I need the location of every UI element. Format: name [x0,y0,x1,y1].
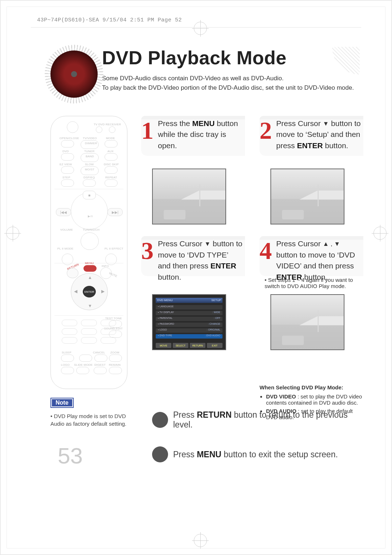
lead-line-1: Some DVD-Audio discs contain DVD-Video a… [102,75,283,82]
remote-digest-button [94,367,107,374]
step-2-number: 2 [260,118,272,143]
remote-soundedit-button [109,331,122,338]
select-heading: When Selecting DVD Play Mode: [260,384,363,390]
remote-illustration: TV DVD RECEIVER OPEN/CLOSE TV/VIDEO MODE… [50,116,127,389]
remote-aux-button [105,153,118,161]
remote-mode-button [105,140,118,147]
registration-mark-bottom [194,534,207,547]
remote-power-button [67,121,78,133]
remote-label-step: STEP [62,176,70,179]
remote-tune-rocker [81,232,99,250]
print-slug: 43P~74P(DS610)-SEA 9/15/04 2:51 PM Page … [37,17,182,23]
remote-label-tuner: TUNER [84,150,95,153]
page-number: 53 [58,443,83,469]
remote-remain-button [109,367,122,374]
note-block: Note DVD Play mode is set to DVD Audio a… [50,398,134,428]
step-4: 4 Press Cursor ▲ , ▼ button to move to ‘… [260,236,363,422]
remote-plmode-button [62,254,73,265]
remote-label-ezview: EZ VIEW [60,163,72,166]
remote-repeat-button [105,179,118,187]
bullet-icon [152,412,168,428]
remote-discskip-button [105,166,118,174]
step-4-subnote: • Set steps 1 ~ 4 again if you want to s… [265,277,363,289]
step-4-number: 4 [260,238,272,263]
remote-cancel-button [94,355,107,362]
step-3-screenshot: DVD MENUSETUP • LANGUAGE • TV DISPLAY: W… [152,294,226,350]
remote-zero-button [79,355,92,362]
remote-sleep-button [61,355,74,362]
lead-line-2: To play back the DVD-Video portion of th… [102,84,354,91]
note-badge: Note [50,398,74,408]
cursor-down-icon: ▼ [204,240,211,249]
remote-dspeq-button [83,179,96,187]
remote-info-button [100,267,112,279]
registration-mark-right [373,227,387,240]
remote-slidemode-button [76,367,89,374]
remote-stop-button: ■ [83,191,96,199]
remote-label-band: BAND [86,155,94,158]
remote-label-slidemode: SLIDE MODE [74,363,93,366]
remote-prev-button: |◀◀ [56,208,71,216]
remote-label-volume: VOLUME [60,228,73,231]
remote-numpad [62,320,116,344]
remote-label-dvd: DVD [62,150,69,153]
remote-receiver-circle [109,126,115,133]
remote-label-slow: SLOW [85,163,94,166]
registration-mark-left [6,227,19,240]
remote-label-digest: DIGEST [94,363,106,366]
remote-return-button [67,268,78,278]
step-4-screenshot [270,294,344,350]
remote-dvd-button [61,153,74,161]
remote-ezview-button [61,166,74,174]
remote-label-open: OPEN/CLOSE [60,137,79,140]
remote-dpad-left: ◀ [74,289,77,294]
speaker-icon [50,50,98,98]
remote-logo-button [61,367,74,374]
remote-label-aux: AUX [107,150,114,153]
step-1-number: 1 [141,118,154,143]
remote-open-button [61,140,74,147]
cursor-down-icon: ▼ [323,119,329,129]
step-2-screenshot [270,169,344,224]
step-2-text: Press Cursor ▼ button to move to ‘Setup’… [276,118,361,151]
remote-label-discskip: DISC SKIP [104,163,119,166]
remote-step-button [61,179,74,187]
remote-zoom-button [109,355,122,362]
remote-label-tuning: TUNING/CH [83,228,99,231]
return-menu-instructions: Press RETURN button to return to the pre… [152,410,356,479]
remote-label-cancel: CANCEL [93,351,105,354]
remote-dpad-right: ▶ [101,289,105,294]
step-2: 2 Press Cursor ▼ button to move to ‘Setu… [260,116,363,224]
note-text: DVD Play mode is set to DVD Audio as fac… [50,412,134,428]
remote-enter-button: ENTER [83,286,96,297]
lead-paragraph: Some DVD-Audio discs contain DVD-Video a… [102,74,360,92]
remote-testtone-button [109,320,122,328]
remote-label-dimmer: DIMMER [85,142,97,145]
remote-label-tv: TV DVD RECEIVER [94,123,121,126]
digital-corner-ornament [331,47,360,76]
step-1-text: Press the MENU button while the disc tra… [158,118,243,151]
cursor-up-down-icon: ▲ , ▼ [323,240,340,249]
step-3-text: Press Cursor ▼ button to move to ‘DVD TY… [158,238,243,283]
remote-label-sleep: SLEEP [62,351,72,354]
remote-label-zoom: ZOOM [110,351,119,354]
remote-label-most: MO/ST [85,168,94,171]
bullet-icon [152,446,168,462]
step-3: 3 Press Cursor ▼ button to move to ‘DVD … [141,236,245,422]
step-1-screenshot [152,169,226,224]
remote-label-remain: REMAIN [109,363,121,366]
remote-label-plmode: PL II MODE [57,247,73,250]
step-3-number: 3 [141,238,154,263]
remote-label-logo: LOGO [61,363,70,366]
remote-pleffect-button [105,254,117,265]
remote-tv-circle [96,126,102,133]
remote-label-mode: MODE [106,137,115,140]
remote-label-dspeq: DSP/EQ [83,176,95,179]
step-4-text: Press Cursor ▲ , ▼ button to move to ‘DV… [276,238,361,283]
remote-menu-button [83,265,97,272]
remote-transport-wheel: |◀◀ ■ ▶▶| ▶/II [71,193,108,230]
remote-label-menu: MENU [85,262,94,265]
header-rule [31,27,361,28]
page-title: DVD Playback Mode [102,47,360,69]
registration-mark-top [194,22,207,35]
